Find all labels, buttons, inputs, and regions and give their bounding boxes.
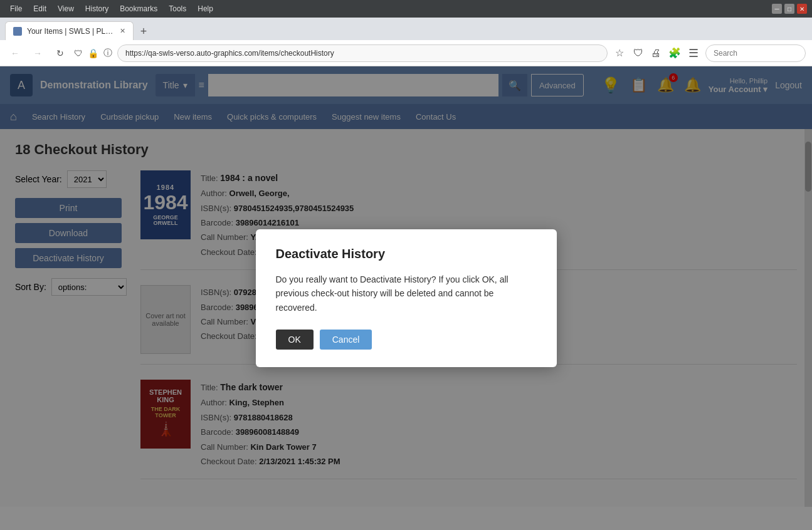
forward-button[interactable]: →: [29, 44, 46, 62]
modal-overlay: Deactivate History Do you really want to…: [0, 66, 812, 530]
menu-history[interactable]: History: [80, 3, 113, 14]
address-input[interactable]: [117, 44, 608, 62]
info-icon: ⓘ: [103, 48, 112, 59]
address-bar: ← → ↻ 🛡 🔒 ⓘ ☆ 🛡 🖨 🧩 ☰: [0, 40, 812, 66]
menu-tools[interactable]: Tools: [164, 3, 191, 14]
menu-bar: File Edit View History Bookmarks Tools H…: [5, 3, 218, 14]
deactivate-history-modal: Deactivate History Do you really want to…: [256, 229, 557, 367]
lock-icon: 🔒: [88, 48, 98, 58]
maximize-button[interactable]: □: [784, 4, 794, 14]
menu-help[interactable]: Help: [192, 3, 218, 14]
title-bar: File Edit View History Bookmarks Tools H…: [0, 0, 812, 18]
page-area: A Demonstration Library Title ▾ ≡ 🔍 Adva…: [0, 66, 812, 530]
browser-frame: File Edit View History Bookmarks Tools H…: [0, 0, 812, 530]
tab-favicon: [13, 27, 22, 36]
tab-bar: Your Items | SWLS | PLATT | Aut... ✕ +: [0, 18, 812, 40]
close-button[interactable]: ✕: [797, 4, 807, 14]
active-tab[interactable]: Your Items | SWLS | PLATT | Aut... ✕: [5, 21, 134, 40]
modal-body: Do you really want to Deactivate History…: [276, 273, 537, 314]
reload-button[interactable]: ↻: [51, 44, 69, 62]
addr-toolbar: 🛡 🖨 🧩 ☰: [631, 44, 700, 62]
back-button[interactable]: ←: [6, 44, 24, 62]
new-tab-button[interactable]: +: [135, 23, 152, 40]
tab-close-button[interactable]: ✕: [120, 27, 125, 35]
shield-toolbar-icon[interactable]: 🛡: [631, 46, 645, 61]
extensions-icon[interactable]: 🧩: [667, 45, 683, 61]
shield-icon: 🛡: [74, 48, 83, 58]
menu-file[interactable]: File: [5, 3, 27, 14]
menu-view[interactable]: View: [53, 3, 79, 14]
modal-ok-button[interactable]: OK: [276, 330, 314, 350]
modal-cancel-button[interactable]: Cancel: [320, 330, 372, 350]
tab-title: Your Items | SWLS | PLATT | Aut...: [27, 27, 115, 36]
menu-icon[interactable]: ☰: [687, 44, 700, 62]
minimize-button[interactable]: ─: [772, 4, 782, 14]
bookmark-star-icon[interactable]: ☆: [613, 44, 626, 61]
print-toolbar-icon[interactable]: 🖨: [649, 46, 663, 61]
modal-buttons: OK Cancel: [276, 330, 537, 350]
browser-search-input[interactable]: [705, 44, 806, 62]
menu-edit[interactable]: Edit: [28, 3, 51, 14]
window-controls: ─ □ ✕: [772, 4, 807, 14]
modal-title: Deactivate History: [276, 247, 537, 261]
menu-bookmarks[interactable]: Bookmarks: [115, 3, 162, 14]
